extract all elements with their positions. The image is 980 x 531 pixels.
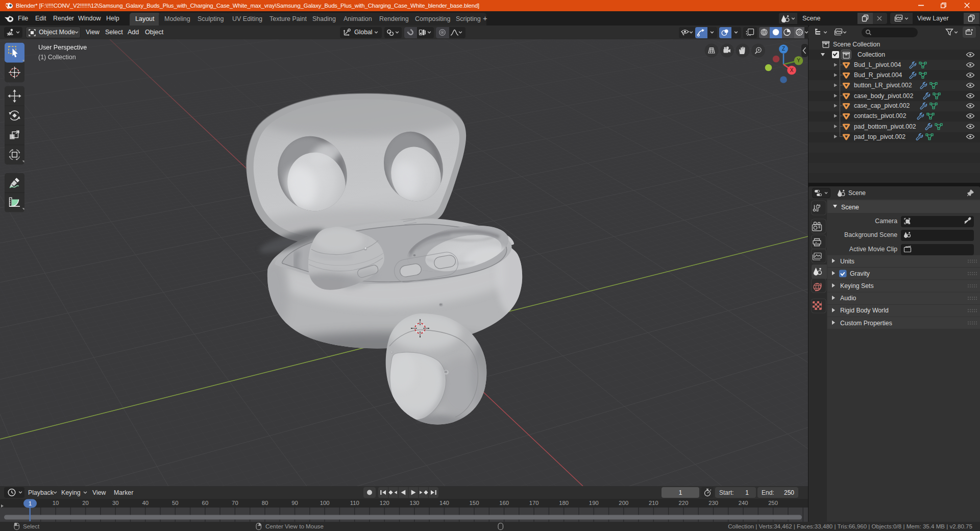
svg-text:Scene: Scene <box>841 204 859 211</box>
svg-text:190: 190 <box>589 500 599 506</box>
svg-text:210: 210 <box>649 500 658 506</box>
svg-text:1: 1 <box>745 489 749 496</box>
svg-text:70: 70 <box>232 500 238 506</box>
svg-text:90: 90 <box>291 500 298 506</box>
svg-text:1: 1 <box>29 500 32 506</box>
svg-text:Audio: Audio <box>840 295 856 302</box>
svg-text:X: X <box>790 67 794 73</box>
svg-text:Gravity: Gravity <box>850 270 870 277</box>
svg-text:Scene Collection: Scene Collection <box>833 41 880 48</box>
svg-text:(1) Collection: (1) Collection <box>38 54 76 61</box>
svg-text:160: 160 <box>499 500 509 506</box>
svg-text:Playback: Playback <box>28 489 54 496</box>
svg-text:170: 170 <box>529 500 539 506</box>
svg-text:110: 110 <box>350 500 359 506</box>
svg-text:20: 20 <box>82 500 89 506</box>
svg-text:100: 100 <box>320 500 330 506</box>
svg-text:Camera: Camera <box>875 218 897 225</box>
svg-text:Keying: Keying <box>61 489 81 496</box>
svg-text:case_cap_pivot.002: case_cap_pivot.002 <box>854 102 910 109</box>
svg-text:button_LR_pivot.002: button_LR_pivot.002 <box>854 82 912 89</box>
svg-text:Bud_R_pivot.004: Bud_R_pivot.004 <box>854 71 902 79</box>
svg-text:Keying Sets: Keying Sets <box>840 282 874 289</box>
svg-text:130: 130 <box>409 500 419 506</box>
svg-text:End:: End: <box>762 489 774 496</box>
svg-text:Custom Properties: Custom Properties <box>840 320 892 327</box>
svg-text:Background Scene: Background Scene <box>844 231 897 238</box>
svg-text:120: 120 <box>380 500 389 506</box>
svg-text:230: 230 <box>708 500 718 506</box>
svg-text:View: View <box>92 489 106 496</box>
svg-text:contacts_pivot.002: contacts_pivot.002 <box>854 112 906 119</box>
svg-text:Units: Units <box>840 258 854 265</box>
svg-text:180: 180 <box>559 500 569 506</box>
svg-text:140: 140 <box>439 500 449 506</box>
svg-text:250: 250 <box>768 500 778 506</box>
svg-text:Start:: Start: <box>719 489 734 496</box>
svg-text:Collection | Verts:34,462 | Fa: Collection | Verts:34,462 | Faces:33,480… <box>728 523 972 529</box>
svg-text:pad_top_pivot.002: pad_top_pivot.002 <box>854 133 905 140</box>
svg-text:case_body_pivot.002: case_body_pivot.002 <box>854 92 913 100</box>
svg-text:Select: Select <box>23 523 40 529</box>
svg-text:Y: Y <box>797 58 800 63</box>
svg-text:240: 240 <box>739 500 748 506</box>
svg-text:40: 40 <box>142 500 149 506</box>
svg-text:50: 50 <box>172 500 179 506</box>
svg-text:200: 200 <box>619 500 628 506</box>
svg-text:250: 250 <box>784 489 794 496</box>
svg-text:1: 1 <box>679 489 682 496</box>
svg-text:Bud_L_pivot.004: Bud_L_pivot.004 <box>854 61 901 68</box>
svg-text:User Perspective: User Perspective <box>38 44 87 51</box>
svg-text:Rigid Body World: Rigid Body World <box>840 307 889 314</box>
svg-text:150: 150 <box>470 500 479 506</box>
svg-text:220: 220 <box>679 500 689 506</box>
svg-text:Center View to Mouse: Center View to Mouse <box>265 523 324 529</box>
svg-text:30: 30 <box>112 500 119 506</box>
svg-text:Z: Z <box>782 46 785 52</box>
svg-text:80: 80 <box>262 500 268 506</box>
svg-text:Collection: Collection <box>857 51 885 58</box>
svg-text:10: 10 <box>53 500 59 506</box>
svg-text:Active Movie Clip: Active Movie Clip <box>849 246 897 253</box>
svg-text:60: 60 <box>202 500 209 506</box>
svg-text:Marker: Marker <box>114 489 133 496</box>
svg-text:pad_bottom_pivot.002: pad_bottom_pivot.002 <box>854 123 916 130</box>
